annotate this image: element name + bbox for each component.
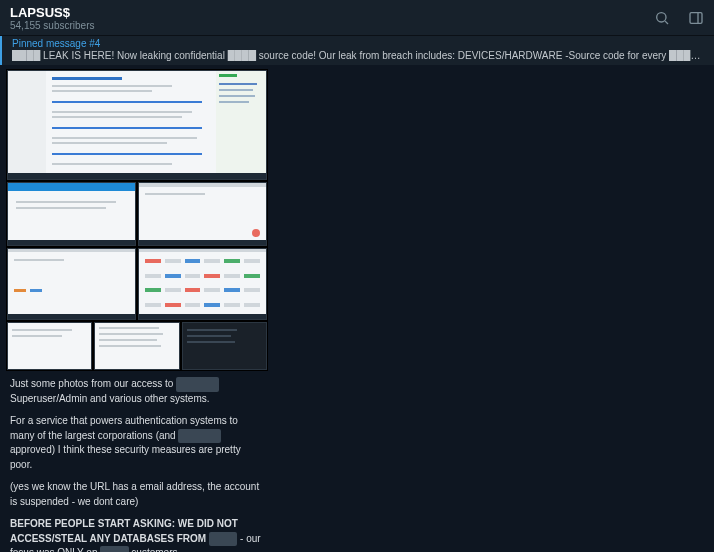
pinned-message[interactable]: Pinned message #4 ████ LEAK IS HERE! Now… <box>0 36 714 65</box>
message-paragraph: Just some photos from our access to ████… <box>10 377 264 406</box>
header-title-block[interactable]: LAPSUS$ 54,155 subscribers <box>10 5 654 31</box>
pinned-text: ████ LEAK IS HERE! Now leaking confident… <box>12 50 704 61</box>
svg-line-1 <box>665 21 668 24</box>
media-gallery <box>6 69 268 371</box>
search-icon[interactable] <box>654 10 670 26</box>
screenshot-thumbnail[interactable] <box>7 182 136 246</box>
screenshot-thumbnail[interactable] <box>138 182 267 246</box>
screenshot-thumbnail[interactable] <box>182 322 267 370</box>
screenshot-thumbnail[interactable] <box>7 248 136 320</box>
screenshot-thumbnail[interactable] <box>7 70 267 180</box>
message-paragraph: BEFORE PEOPLE START ASKING: WE DID NOT A… <box>10 517 264 552</box>
screenshot-thumbnail[interactable] <box>94 322 179 370</box>
pinned-label: Pinned message #4 <box>12 38 704 49</box>
svg-point-0 <box>657 12 666 21</box>
svg-rect-2 <box>690 12 702 23</box>
message-body: Just some photos from our access to ████… <box>6 371 268 552</box>
screenshot-thumbnail[interactable] <box>138 248 267 320</box>
header-actions <box>654 10 704 26</box>
chat-header: LAPSUS$ 54,155 subscribers <box>0 0 714 36</box>
subscriber-count: 54,155 subscribers <box>10 20 654 31</box>
chat-body[interactable]: Just some photos from our access to ████… <box>0 65 714 552</box>
sidebar-toggle-icon[interactable] <box>688 10 704 26</box>
screenshot-thumbnail[interactable] <box>7 322 92 370</box>
message-paragraph: For a service that powers authentication… <box>10 414 264 472</box>
channel-title: LAPSUS$ <box>10 5 654 20</box>
message-paragraph: (yes we know the URL has a email address… <box>10 480 264 509</box>
